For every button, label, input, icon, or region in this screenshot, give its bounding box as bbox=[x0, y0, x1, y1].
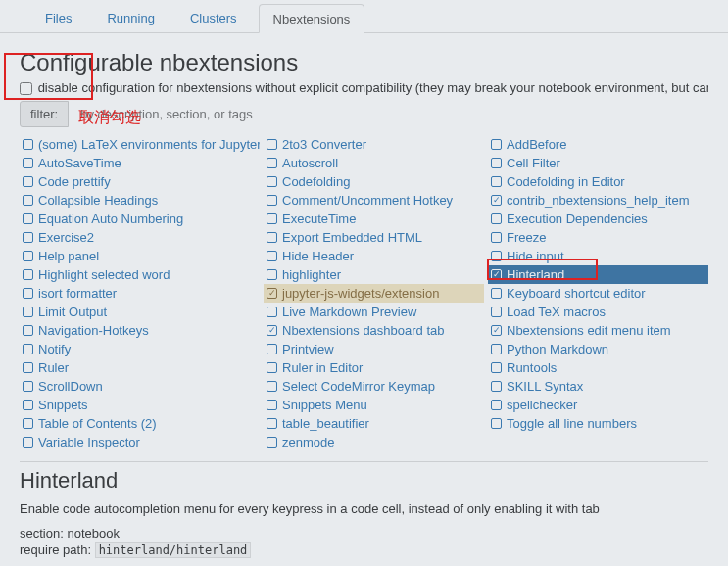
disable-config-checkbox[interactable] bbox=[20, 82, 32, 95]
extension-item[interactable]: isort formatter bbox=[20, 284, 260, 303]
checkbox-icon[interactable] bbox=[267, 362, 277, 373]
extension-item[interactable]: Nbextensions edit menu item bbox=[488, 321, 708, 340]
extension-item[interactable]: 2to3 Converter bbox=[264, 135, 484, 154]
checkbox-icon[interactable] bbox=[267, 176, 277, 187]
checkbox-icon[interactable] bbox=[491, 176, 502, 187]
extension-item[interactable]: Hide input bbox=[488, 247, 708, 265]
checkbox-icon[interactable] bbox=[267, 325, 277, 336]
extension-item[interactable]: ScrollDown bbox=[20, 377, 260, 396]
checkbox-icon[interactable] bbox=[267, 381, 277, 392]
checkbox-icon[interactable] bbox=[491, 232, 502, 243]
checkbox-icon[interactable] bbox=[267, 400, 277, 410]
checkbox-icon[interactable] bbox=[491, 362, 502, 373]
extension-item[interactable]: Equation Auto Numbering bbox=[20, 210, 260, 228]
extension-item[interactable]: Code prettify bbox=[20, 172, 260, 191]
checkbox-icon[interactable] bbox=[491, 195, 502, 206]
checkbox-icon[interactable] bbox=[23, 213, 33, 224]
extension-item[interactable]: AddBefore bbox=[488, 135, 708, 154]
extension-item[interactable]: Printview bbox=[264, 340, 484, 358]
tab-files[interactable]: Files bbox=[31, 4, 85, 32]
extension-item[interactable]: table_beautifier bbox=[264, 414, 484, 433]
extension-item[interactable]: Autoscroll bbox=[264, 154, 484, 172]
checkbox-icon[interactable] bbox=[491, 288, 502, 299]
checkbox-icon[interactable] bbox=[267, 158, 277, 168]
extension-item[interactable]: Highlight selected word bbox=[20, 265, 260, 284]
checkbox-icon[interactable] bbox=[267, 251, 277, 261]
checkbox-icon[interactable] bbox=[23, 437, 33, 448]
extension-item[interactable]: Variable Inspector bbox=[20, 433, 260, 451]
extension-item[interactable]: Snippets Menu bbox=[264, 396, 484, 414]
checkbox-icon[interactable] bbox=[23, 381, 33, 392]
checkbox-icon[interactable] bbox=[267, 195, 277, 206]
checkbox-icon[interactable] bbox=[267, 269, 277, 280]
extension-item[interactable]: Toggle all line numbers bbox=[488, 414, 708, 433]
checkbox-icon[interactable] bbox=[267, 307, 277, 317]
extension-item[interactable]: Ruler in Editor bbox=[264, 358, 484, 377]
extension-item[interactable]: Python Markdown bbox=[488, 340, 708, 358]
extension-item[interactable]: Cell Filter bbox=[488, 154, 708, 172]
checkbox-icon[interactable] bbox=[491, 139, 502, 150]
extension-item[interactable]: ExecuteTime bbox=[264, 210, 484, 228]
checkbox-icon[interactable] bbox=[23, 288, 33, 299]
extension-item[interactable]: Export Embedded HTML bbox=[264, 228, 484, 247]
extension-item[interactable]: Snippets bbox=[20, 396, 260, 414]
extension-item[interactable]: contrib_nbextensions_help_item bbox=[488, 191, 708, 210]
checkbox-icon[interactable] bbox=[23, 344, 33, 354]
extension-item[interactable]: Navigation-Hotkeys bbox=[20, 321, 260, 340]
checkbox-icon[interactable] bbox=[491, 344, 502, 354]
tab-clusters[interactable]: Clusters bbox=[176, 4, 251, 32]
extension-item[interactable]: Codefolding bbox=[264, 172, 484, 191]
checkbox-icon[interactable] bbox=[491, 251, 502, 261]
extension-item[interactable]: Live Markdown Preview bbox=[264, 303, 484, 321]
checkbox-icon[interactable] bbox=[267, 139, 277, 150]
checkbox-icon[interactable] bbox=[491, 381, 502, 392]
extension-item[interactable]: Hide Header bbox=[264, 247, 484, 265]
extension-item[interactable]: Exercise2 bbox=[20, 228, 260, 247]
extension-item[interactable]: zenmode bbox=[264, 433, 484, 451]
checkbox-icon[interactable] bbox=[267, 213, 277, 224]
checkbox-icon[interactable] bbox=[23, 195, 33, 206]
checkbox-icon[interactable] bbox=[491, 325, 502, 336]
checkbox-icon[interactable] bbox=[267, 344, 277, 354]
extension-item[interactable]: SKILL Syntax bbox=[488, 377, 708, 396]
extension-item[interactable]: Collapsible Headings bbox=[20, 191, 260, 210]
checkbox-icon[interactable] bbox=[23, 251, 33, 261]
checkbox-icon[interactable] bbox=[491, 158, 502, 168]
checkbox-icon[interactable] bbox=[267, 437, 277, 448]
checkbox-icon[interactable] bbox=[23, 139, 33, 150]
checkbox-icon[interactable] bbox=[23, 325, 33, 336]
extension-item[interactable]: Freeze bbox=[488, 228, 708, 247]
extension-item[interactable]: Runtools bbox=[488, 358, 708, 377]
checkbox-icon[interactable] bbox=[23, 362, 33, 373]
checkbox-icon[interactable] bbox=[23, 158, 33, 168]
extension-item[interactable]: Load TeX macros bbox=[488, 303, 708, 321]
extension-item[interactable]: Hinterland bbox=[488, 265, 708, 284]
extension-item[interactable]: jupyter-js-widgets/extension bbox=[264, 284, 484, 303]
filter-input[interactable] bbox=[74, 102, 290, 126]
extension-item[interactable]: Select CodeMirror Keymap bbox=[264, 377, 484, 396]
checkbox-icon[interactable] bbox=[491, 418, 502, 429]
checkbox-icon[interactable] bbox=[23, 307, 33, 317]
extension-item[interactable]: AutoSaveTime bbox=[20, 154, 260, 172]
checkbox-icon[interactable] bbox=[23, 232, 33, 243]
tab-nbextensions[interactable]: Nbextensions bbox=[259, 4, 365, 33]
disable-config-row[interactable]: disable configuration for nbextensions w… bbox=[20, 80, 708, 95]
checkbox-icon[interactable] bbox=[267, 288, 277, 299]
extension-item[interactable]: Comment/Uncomment Hotkey bbox=[264, 191, 484, 210]
extension-item[interactable]: Notify bbox=[20, 340, 260, 358]
checkbox-icon[interactable] bbox=[23, 400, 33, 410]
extension-item[interactable]: Execution Dependencies bbox=[488, 210, 708, 228]
checkbox-icon[interactable] bbox=[23, 418, 33, 429]
extension-item[interactable]: (some) LaTeX environments for Jupyter bbox=[20, 135, 260, 154]
extension-item[interactable]: Limit Output bbox=[20, 303, 260, 321]
tab-running[interactable]: Running bbox=[93, 4, 168, 32]
extension-item[interactable]: highlighter bbox=[264, 265, 484, 284]
extension-item[interactable]: Help panel bbox=[20, 247, 260, 265]
extension-item[interactable]: spellchecker bbox=[488, 396, 708, 414]
extension-item[interactable]: Keyboard shortcut editor bbox=[488, 284, 708, 303]
checkbox-icon[interactable] bbox=[491, 307, 502, 317]
checkbox-icon[interactable] bbox=[491, 213, 502, 224]
checkbox-icon[interactable] bbox=[23, 176, 33, 187]
extension-item[interactable]: Ruler bbox=[20, 358, 260, 377]
extension-item[interactable]: Codefolding in Editor bbox=[488, 172, 708, 191]
